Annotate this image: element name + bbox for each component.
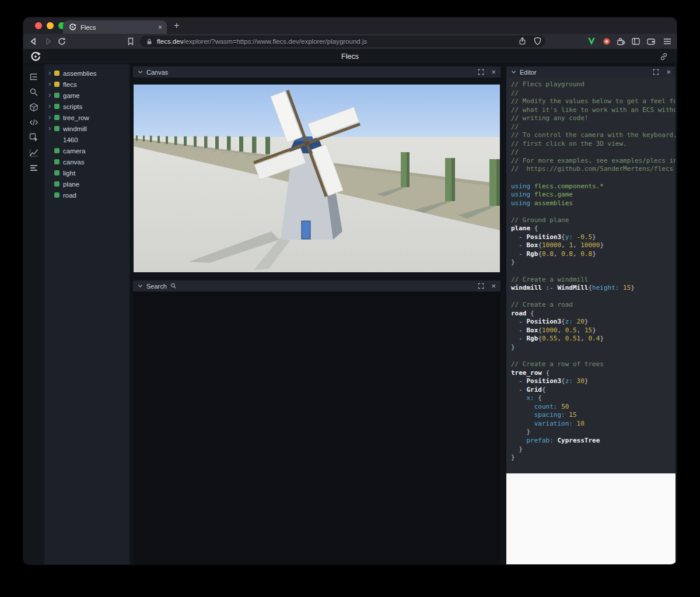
search-results-area[interactable] (133, 292, 501, 564)
extensions-puzzle-icon[interactable] (616, 37, 625, 46)
tree-item-label: windmill (63, 125, 87, 132)
code-line: windmill :- WindMill{height: 15} (511, 284, 671, 293)
canvas-panel-header[interactable]: Canvas × (133, 66, 501, 78)
expand-icon[interactable] (478, 283, 484, 289)
canvas-3d-view[interactable] (134, 85, 500, 272)
tree-item-label: scripts (63, 103, 82, 110)
entity-color-square (54, 93, 60, 98)
share-icon[interactable] (518, 37, 527, 46)
close-window-button[interactable] (35, 22, 42, 29)
code-line: - Position3{y: -0.5} (511, 233, 671, 242)
chevron-down-icon[interactable] (138, 70, 143, 74)
brave-shield-icon[interactable] (533, 37, 542, 46)
tab-close-icon[interactable]: × (158, 24, 162, 31)
link-icon[interactable] (659, 52, 668, 61)
tree-item[interactable]: ›plane (44, 178, 130, 189)
chart-line-icon[interactable] (29, 148, 38, 157)
code-line (511, 267, 671, 276)
tree-item[interactable]: ›flecs (44, 79, 130, 90)
code-line: using assemblies (511, 199, 671, 208)
close-icon[interactable]: × (491, 68, 496, 76)
code-line: // Create a row of trees (511, 360, 671, 369)
code-line: // what it's like to work with an ECS wi… (511, 106, 671, 115)
tree-item-label: canvas (63, 159, 84, 166)
tree-item[interactable]: ›game (44, 90, 130, 101)
expand-icon[interactable] (653, 69, 659, 75)
tree-item[interactable]: ›windmill (44, 123, 130, 134)
entity-color-square (54, 104, 60, 109)
chevron-right-icon[interactable]: › (48, 69, 54, 76)
code-line: using flecs.game (511, 191, 671, 199)
code-line (511, 293, 671, 301)
search-panel-header[interactable]: Search × (133, 280, 501, 292)
code-line: // To control the camera with the keyboa… (511, 131, 671, 140)
chevron-down-icon[interactable] (511, 70, 516, 74)
tree-item[interactable]: ›1460 (44, 134, 130, 145)
chevron-right-icon[interactable]: › (48, 80, 54, 87)
chevron-down-icon[interactable] (138, 284, 143, 288)
tree-item-label: camera (63, 148, 85, 154)
tree-item-label: road (63, 192, 76, 199)
tree-item[interactable]: ›scripts (44, 101, 130, 112)
back-icon[interactable] (29, 37, 38, 46)
tree-item[interactable]: ›assemblies (44, 68, 130, 79)
editor-code[interactable]: // Flecs playground//// Modify the value… (506, 78, 676, 473)
reload-icon[interactable] (57, 37, 66, 46)
chevron-right-icon[interactable]: › (48, 102, 54, 110)
browser-window: Flecs × + flecs.dev /explorer/?wasm=http… (23, 17, 677, 564)
code-line: spacing: 15 (511, 411, 671, 420)
code-line: tree_row { (511, 369, 671, 378)
tree-item-label: light (63, 170, 75, 177)
code-icon[interactable] (29, 118, 38, 127)
tree-item[interactable]: ›canvas (44, 156, 130, 167)
forward-icon[interactable] (43, 37, 52, 46)
search-small-icon (170, 283, 177, 289)
menu-hamburger-icon[interactable] (663, 37, 672, 46)
editor-panel: Editor × // Flecs playground//// Modify … (506, 66, 676, 564)
stats-bars-icon[interactable] (29, 163, 38, 173)
code-line: - Rgb{0.8, 0.8, 0.8} (511, 250, 671, 259)
chevron-right-icon[interactable]: › (48, 91, 54, 99)
url-bar[interactable]: flecs.dev /explorer/?wasm=https://www.fl… (140, 36, 545, 47)
code-line: - Rgb{0.55, 0.51, 0.4} (511, 335, 671, 343)
page-title: Flecs (23, 49, 677, 64)
entity-color-square (54, 170, 60, 175)
bookmark-icon[interactable] (126, 37, 135, 46)
tree-item[interactable]: ›tree_row (44, 112, 130, 123)
close-icon[interactable]: × (666, 68, 671, 76)
code-line: // writing any code! (511, 114, 671, 123)
chevron-right-icon[interactable]: › (48, 124, 54, 132)
wallet-icon[interactable] (646, 37, 656, 46)
tree-item[interactable]: ›camera (44, 145, 130, 156)
new-tab-button[interactable]: + (174, 20, 179, 31)
expand-icon[interactable] (478, 69, 484, 75)
sidebar-toggle-icon[interactable] (631, 37, 640, 46)
entity-color-square (54, 115, 60, 120)
code-line: } (511, 258, 671, 267)
editor-panel-header[interactable]: Editor × (506, 66, 676, 78)
extension-v-icon[interactable] (587, 37, 596, 46)
browser-tab[interactable]: Flecs × (63, 20, 167, 34)
browser-toolbar: flecs.dev /explorer/?wasm=https://www.fl… (23, 34, 677, 49)
inspect-cursor-icon[interactable] (29, 133, 38, 142)
entities-cube-icon[interactable] (29, 103, 38, 112)
chevron-right-icon[interactable]: › (48, 113, 54, 121)
code-line: x: { (511, 394, 671, 403)
tree-item-label: 1460 (63, 136, 78, 143)
code-line: prefab: CypressTree (511, 437, 671, 445)
outline-tree-icon[interactable] (29, 72, 38, 82)
minimize-window-button[interactable] (47, 22, 54, 29)
search-icon[interactable] (29, 87, 38, 97)
entity-tree: ›assemblies›flecs›game›scripts›tree_row›… (44, 64, 130, 564)
tree-item-label: assemblies (63, 70, 97, 77)
tree-item[interactable]: ›light (44, 167, 130, 178)
code-line: } (511, 445, 671, 454)
editor-panel-title: Editor (520, 69, 537, 76)
close-icon[interactable]: × (491, 282, 496, 290)
extension-dot-icon[interactable] (602, 37, 611, 46)
code-line: // Create a road (511, 301, 671, 310)
tree-item-label: tree_row (63, 114, 89, 121)
tree-item[interactable]: ›road (44, 189, 130, 201)
code-line: // (511, 123, 671, 132)
code-line: using flecs.components.* (511, 182, 671, 191)
